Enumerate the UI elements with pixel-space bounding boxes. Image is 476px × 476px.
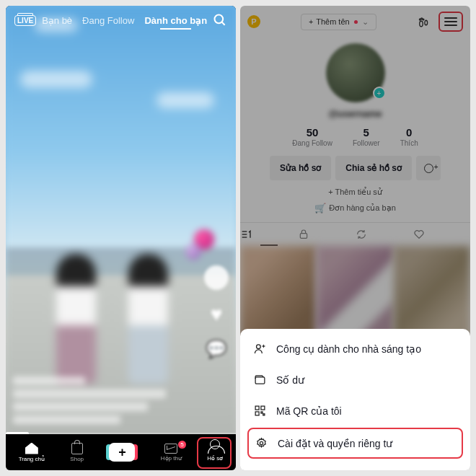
nav-home-label: Trang chủ bbox=[19, 456, 45, 462]
profile-icon bbox=[210, 439, 220, 449]
shop-icon bbox=[71, 443, 83, 454]
nav-profile-label: Hồ sơ bbox=[207, 455, 223, 462]
svg-marker-12 bbox=[261, 344, 265, 348]
nav-inbox-label: Hộp thư bbox=[161, 455, 182, 462]
nav-home[interactable]: Trang chủ bbox=[19, 443, 45, 462]
menu-creator-label: Công cụ dành cho nhà sáng tạo bbox=[276, 343, 421, 355]
menu-sheet: Công cụ dành cho nhà sáng tạo Số dư Mã Q… bbox=[240, 329, 470, 470]
wallet-icon bbox=[253, 374, 266, 386]
gear-icon bbox=[255, 437, 268, 449]
nav-shop[interactable]: Shop bbox=[70, 443, 84, 462]
tab-following[interactable]: Đang Follow bbox=[82, 15, 134, 26]
svg-rect-18 bbox=[263, 414, 264, 415]
creator-icon bbox=[253, 343, 266, 355]
side-actions: ♥ 💬 bbox=[204, 265, 229, 359]
nav-shop-label: Shop bbox=[70, 456, 84, 462]
inbox-icon bbox=[164, 444, 177, 454]
menu-qr-label: Mã QR của tôi bbox=[276, 405, 342, 417]
like-icon[interactable]: ♥ bbox=[211, 303, 223, 326]
qr-icon bbox=[253, 405, 266, 417]
live-icon[interactable]: LIVE bbox=[14, 15, 36, 26]
tab-foryou[interactable]: Dành cho bạn bbox=[144, 15, 207, 26]
svg-rect-17 bbox=[260, 412, 262, 413]
menu-qr[interactable]: Mã QR của tôi bbox=[240, 395, 470, 426]
create-icon: + bbox=[109, 443, 135, 462]
menu-settings-label: Cài đặt và quyền riêng tư bbox=[278, 438, 392, 449]
svg-rect-15 bbox=[260, 406, 264, 410]
profile-screen: P + Thêm tên ⌄ bbox=[240, 6, 470, 470]
search-icon[interactable] bbox=[213, 13, 227, 27]
menu-creator-tools[interactable]: Công cụ dành cho nhà sáng tạo bbox=[240, 333, 470, 364]
comment-icon[interactable]: 💬 bbox=[206, 339, 227, 359]
feed-screen: LIVE Bạn bè Đang Follow Dành cho bạn ♥ 💬 bbox=[6, 6, 236, 470]
menu-settings[interactable]: Cài đặt và quyền riêng tư bbox=[247, 428, 463, 459]
svg-line-1 bbox=[222, 22, 225, 25]
home-icon bbox=[25, 443, 38, 454]
follow-avatar-button[interactable] bbox=[204, 265, 229, 290]
tab-friends[interactable]: Bạn bè bbox=[42, 15, 72, 26]
svg-point-11 bbox=[256, 345, 260, 349]
nav-profile[interactable]: Hồ sơ bbox=[207, 439, 223, 466]
nav-create[interactable]: + bbox=[109, 443, 135, 462]
nav-inbox[interactable]: 5 Hộp thư bbox=[161, 444, 182, 462]
menu-balance-label: Số dư bbox=[276, 374, 304, 386]
svg-rect-13 bbox=[255, 377, 265, 384]
menu-balance[interactable]: Số dư bbox=[240, 364, 470, 395]
svg-rect-14 bbox=[255, 406, 259, 410]
svg-point-19 bbox=[260, 441, 263, 444]
svg-rect-16 bbox=[255, 412, 259, 415]
caption-area bbox=[13, 376, 193, 428]
inbox-badge: 5 bbox=[178, 441, 186, 449]
svg-point-0 bbox=[215, 15, 224, 24]
